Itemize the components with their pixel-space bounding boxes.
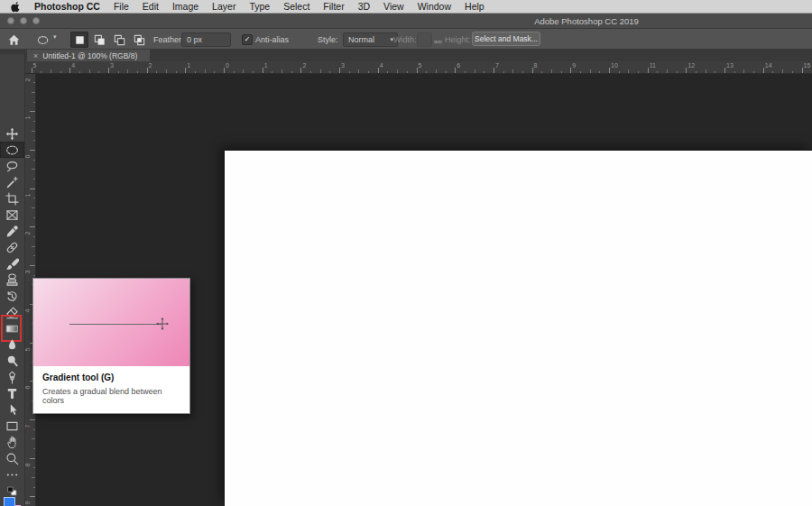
width-label: Width: — [393, 35, 417, 44]
menu-item-3d[interactable]: 3D — [358, 1, 370, 12]
document-tab[interactable]: × Untitled-1 @ 100% (RGB/8) — [27, 50, 150, 61]
new-selection-button[interactable] — [70, 32, 88, 48]
style-dropdown[interactable]: Normal ▾ — [343, 32, 398, 47]
close-window-button[interactable] — [7, 17, 14, 24]
zoom-tool[interactable] — [0, 450, 24, 466]
move-cursor-icon — [156, 317, 169, 334]
edit-toolbar[interactable] — [0, 466, 24, 483]
move-tool[interactable] — [0, 125, 24, 142]
tab-bar: × Untitled-1 @ 100% (RGB/8) — [0, 50, 812, 61]
blur-tool[interactable] — [0, 336, 24, 353]
foreground-color-swatch[interactable] — [4, 497, 15, 506]
path-selection-tool[interactable] — [0, 401, 24, 418]
height-label: Height: — [445, 35, 471, 44]
window-title-bar: Adobe Photoshop CC 2019 — [0, 14, 812, 29]
elliptical-marquee-tool[interactable] — [0, 142, 24, 158]
eraser-tool[interactable] — [0, 304, 24, 320]
style-value: Normal — [348, 33, 374, 46]
gradient-tool[interactable] — [0, 320, 24, 336]
menu-item-window[interactable]: Window — [418, 1, 451, 12]
selection-mode-buttons — [70, 32, 148, 48]
menu-item-type[interactable]: Type — [249, 1, 270, 12]
healing-brush-tool[interactable] — [0, 239, 24, 255]
subtract-from-selection-button[interactable] — [110, 32, 128, 48]
tool-preset-icon[interactable] — [36, 33, 50, 51]
crop-tool[interactable] — [0, 190, 24, 207]
chevron-down-icon[interactable]: ▾ — [53, 33, 57, 41]
menu-item-help[interactable]: Help — [465, 1, 484, 12]
width-input[interactable] — [417, 32, 432, 47]
lasso-tool[interactable] — [0, 158, 24, 174]
minimize-window-button[interactable] — [20, 17, 27, 24]
menu-item-view[interactable]: View — [383, 1, 404, 12]
gradient-preview — [33, 279, 189, 366]
document-canvas[interactable] — [224, 150, 812, 506]
rectangle-tool[interactable] — [0, 418, 24, 434]
menu-item-image[interactable]: Image — [172, 1, 198, 12]
app-menu[interactable]: Photoshop CC — [34, 1, 100, 12]
color-swatches[interactable] — [0, 496, 24, 506]
select-and-mask-button[interactable]: Select and Mask... — [472, 32, 540, 46]
window-title: Adobe Photoshop CC 2019 — [534, 16, 639, 26]
frame-tool[interactable] — [0, 207, 24, 223]
feather-label: Feather: — [153, 35, 184, 44]
tooltip-title: Gradient tool (G) — [42, 373, 180, 382]
add-to-selection-button[interactable] — [90, 32, 108, 48]
tools-panel — [0, 54, 25, 506]
link-dimensions-icon[interactable] — [433, 34, 443, 51]
horizontal-ruler[interactable]: 543210123456789101112131415 — [25, 61, 812, 74]
anti-alias-checkbox[interactable]: ✓ — [242, 34, 253, 45]
dodge-tool[interactable] — [0, 353, 24, 369]
feather-input[interactable]: 0 px — [181, 32, 231, 47]
tooltip-description: Creates a gradual blend between colors — [42, 387, 180, 405]
traffic-lights — [7, 17, 40, 24]
menu-item-layer[interactable]: Layer — [212, 1, 235, 12]
menu-item-select[interactable]: Select — [283, 1, 309, 12]
clone-stamp-tool[interactable] — [0, 271, 24, 288]
anti-alias-label: Anti-alias — [255, 35, 289, 44]
apple-menu-icon[interactable] — [11, 1, 21, 13]
brush-tool[interactable] — [0, 255, 24, 271]
photoshop-window: Photoshop CC FileEditImageLayerTypeSelec… — [0, 0, 812, 506]
close-tab-icon[interactable]: × — [33, 51, 38, 60]
menu-item-file[interactable]: File — [114, 1, 129, 12]
gradient-drag-line — [69, 324, 161, 325]
tooltip-text: Gradient tool (G) Creates a gradual blen… — [33, 366, 189, 413]
eyedropper-tool[interactable] — [0, 223, 24, 239]
intersect-selection-button[interactable] — [130, 32, 148, 48]
history-brush-tool[interactable] — [0, 288, 24, 304]
menu-bar: Photoshop CC FileEditImageLayerTypeSelec… — [0, 0, 812, 14]
pen-tool[interactable] — [0, 369, 24, 385]
menu-item-filter[interactable]: Filter — [323, 1, 344, 12]
home-icon[interactable] — [7, 33, 21, 51]
quick-selection-tool[interactable] — [0, 174, 24, 190]
hand-tool[interactable] — [0, 434, 24, 450]
options-bar: ▾ Feather: 0 px ✓ Anti-alias Style: Norm… — [0, 28, 812, 50]
menu-item-edit[interactable]: Edit — [143, 1, 159, 12]
menu-items: FileEditImageLayerTypeSelectFilter3DView… — [114, 1, 484, 12]
type-tool[interactable] — [0, 385, 24, 401]
style-label: Style: — [318, 35, 338, 44]
zoom-window-button[interactable] — [32, 17, 40, 24]
gradient-tool-tooltip: Gradient tool (G) Creates a gradual blen… — [32, 278, 190, 414]
document-tab-title: Untitled-1 @ 100% (RGB/8) — [42, 51, 137, 60]
